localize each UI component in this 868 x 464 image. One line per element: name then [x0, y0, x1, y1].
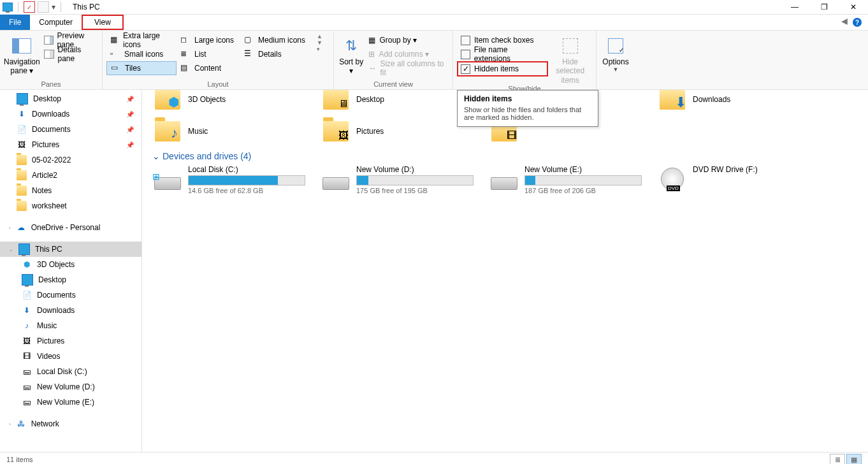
section-devices-drives[interactable]: ⌄ Devices and drives (4) [147, 147, 863, 165]
group-label-layout: Layout [103, 80, 333, 89]
status-item-count: 11 items [6, 456, 33, 463]
layout-small[interactable]: ▫Small icons [106, 47, 177, 61]
tab-computer[interactable]: Computer [30, 15, 82, 30]
tree-drive-c[interactable]: 🖴Local Disk (C:) [0, 364, 141, 379]
size-columns-button[interactable]: ↔Size all columns to fit [365, 61, 449, 75]
tree-desktop-2[interactable]: Desktop [0, 272, 141, 287]
ribbon-tabs: File Computer View ⯇ ? [0, 15, 868, 31]
maximize-button[interactable]: ❐ [809, 0, 839, 14]
minimize-button[interactable]: — [780, 0, 809, 14]
main-pane[interactable]: ⬢ 3D Objects 🖥 Desktop ⬇ Downloads ♪ Mus… [142, 90, 868, 452]
title-bar: ✓ ▾ This PC — ❐ ✕ [0, 0, 868, 15]
options-button[interactable]: ✓ Options▼ [600, 33, 631, 73]
layout-medium[interactable]: ▢Medium icons [240, 33, 317, 47]
navigation-tree[interactable]: Desktop📌 ⬇Downloads📌 📄Documents📌 🖼Pictur… [0, 90, 142, 452]
tree-pictures[interactable]: 🖼Pictures📌 [0, 137, 141, 152]
group-show-hide: Item check boxes File name extensions ✓H… [453, 31, 597, 89]
tooltip-hidden-items: Hidden items Show or hide the files and … [457, 90, 598, 127]
group-layout: ▦Extra large icons ▫Small icons ▭Tiles ◻… [103, 31, 334, 89]
tab-file[interactable]: File [0, 15, 30, 30]
tooltip-body: Show or hide the files and folders that … [464, 106, 591, 121]
tree-documents[interactable]: 📄Documents📌 [0, 122, 141, 137]
tooltip-title: Hidden items [464, 94, 591, 103]
close-button[interactable]: ✕ [839, 0, 868, 14]
tree-folder-3[interactable]: Notes [0, 183, 141, 198]
group-label-currentview: Current view [334, 80, 452, 89]
drive-e[interactable]: New Volume (E:) 187 GB free of 206 GB [484, 165, 652, 194]
group-by-button[interactable]: ▦Group by ▾ [365, 33, 449, 47]
ribbon: Navigation pane ▾ Preview pane Details p… [0, 31, 868, 90]
pin-icon: 📌 [126, 141, 134, 149]
folder-music[interactable]: ♪ Music [147, 115, 315, 147]
chevron-down-icon: ⌄ [152, 151, 160, 161]
tree-music[interactable]: ♪Music [0, 318, 141, 333]
file-name-extensions-toggle[interactable]: File name extensions [457, 47, 548, 61]
tree-3d-objects[interactable]: ⬢3D Objects [0, 257, 141, 272]
qat-properties-icon[interactable]: ✓ [24, 1, 35, 13]
content-area: Desktop📌 ⬇Downloads📌 📄Documents📌 🖼Pictur… [0, 90, 868, 452]
tree-drive-e[interactable]: 🖴New Volume (E:) [0, 395, 141, 410]
tree-folder-2[interactable]: Article2 [0, 168, 141, 183]
details-pane-button[interactable]: Details pane [40, 47, 98, 61]
status-view-details[interactable]: ≣ [830, 454, 845, 464]
layout-details[interactable]: ☰Details [240, 47, 317, 61]
qat-newfolder-icon[interactable] [38, 1, 49, 13]
folder-3d-objects[interactable]: ⬢ 3D Objects [147, 90, 315, 115]
layout-scroll-more[interactable]: ▾ [317, 46, 326, 52]
tree-folder-4[interactable]: worksheet [0, 198, 141, 214]
tree-downloads[interactable]: ⬇Downloads📌 [0, 106, 141, 122]
tree-documents-2[interactable]: 📄Documents [0, 287, 141, 303]
group-current-view: ⇅ Sort by ▾ ▦Group by ▾ ⊞Add columns ▾ ↔… [334, 31, 453, 89]
layout-large[interactable]: ◻Large icons [177, 33, 240, 47]
help-icon[interactable]: ? [853, 18, 862, 27]
layout-tiles[interactable]: ▭Tiles [106, 61, 177, 75]
group-options: ✓ Options▼ [597, 31, 635, 89]
status-view-tiles[interactable]: ▦ [846, 454, 862, 464]
layout-extra-large[interactable]: ▦Extra large icons [106, 33, 177, 47]
app-icon [3, 2, 13, 12]
tree-videos[interactable]: 🎞Videos [0, 349, 141, 364]
layout-scroll-down[interactable]: ▼ [317, 40, 326, 46]
tree-folder-1[interactable]: 05-02-2022 [0, 152, 141, 168]
minimize-ribbon-icon[interactable]: ⯇ [841, 18, 849, 27]
ribbon-right-controls: ⯇ ? [832, 15, 868, 30]
pin-icon: 📌 [126, 111, 134, 118]
drive-d[interactable]: New Volume (D:) 175 GB free of 195 GB [315, 165, 484, 194]
sort-by-button[interactable]: ⇅ Sort by ▾ [338, 33, 365, 76]
group-panes: Navigation pane ▾ Preview pane Details p… [0, 31, 103, 89]
tree-desktop[interactable]: Desktop📌 [0, 91, 141, 106]
layout-content[interactable]: ▤Content [177, 61, 240, 75]
layout-scroll-up[interactable]: ▲ [317, 33, 326, 40]
group-label-panes: Panes [0, 80, 102, 89]
tab-view[interactable]: View [82, 15, 124, 30]
pin-icon: 📌 [126, 96, 134, 103]
layout-list[interactable]: ≣List [177, 47, 240, 61]
hide-selected-button[interactable]: Hide selected items [548, 33, 592, 85]
pin-icon: 📌 [126, 126, 134, 133]
tree-drive-d[interactable]: 🖴New Volume (D:) [0, 379, 141, 395]
tree-onedrive[interactable]: ›☁OneDrive - Personal [0, 220, 141, 235]
window-title: This PC [66, 3, 100, 11]
tree-pictures-2[interactable]: 🖼Pictures [0, 333, 141, 349]
navigation-pane-button[interactable]: Navigation pane ▾ [4, 33, 40, 76]
drive-c[interactable]: Local Disk (C:) 14.6 GB free of 62.8 GB [147, 165, 315, 194]
tree-this-pc[interactable]: ⌄This PC [0, 242, 141, 257]
folder-downloads[interactable]: ⬇ Downloads [652, 90, 820, 115]
tree-downloads-2[interactable]: ⬇Downloads [0, 303, 141, 318]
tree-network[interactable]: ›🖧Network [0, 416, 141, 431]
status-bar: 11 items ≣ ▦ [0, 452, 868, 464]
hidden-items-toggle[interactable]: ✓Hidden items [457, 61, 548, 76]
drive-f[interactable]: DVD DVD RW Drive (F:) [652, 165, 820, 194]
